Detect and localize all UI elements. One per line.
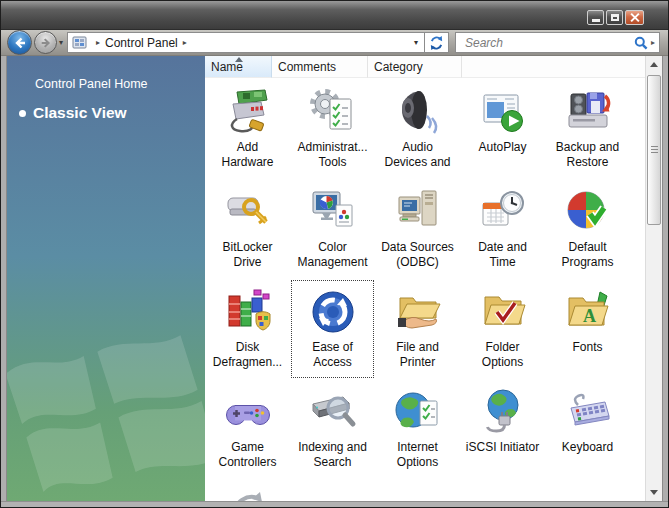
refresh-icon [429, 35, 444, 51]
game-controllers-icon [224, 388, 272, 436]
default-programs-icon [564, 188, 612, 236]
admin-tools-icon [309, 88, 357, 136]
disk-defrag-icon [224, 288, 272, 336]
back-arrow-icon [13, 36, 27, 50]
item-label: Backup andRestore [546, 140, 630, 170]
ease-of-access-icon [309, 288, 357, 336]
content-area: Name Comments Category AddHardwareAdmini… [205, 56, 645, 501]
color-management-icon [309, 188, 357, 236]
control-panel-item-globe-orbit[interactable] [460, 479, 545, 501]
search-icon[interactable] [634, 36, 648, 50]
scroll-down-button[interactable] [646, 484, 662, 501]
scroll-down-icon [650, 490, 658, 495]
control-panel-item-add-hardware[interactable]: AddHardware [205, 79, 290, 179]
control-panel-item-keyboard[interactable]: Keyboard [545, 379, 630, 479]
sidebar-item-control-panel-home[interactable]: Control Panel Home [35, 77, 205, 91]
folder-options-icon [479, 288, 527, 336]
close-button[interactable] [625, 10, 644, 25]
sidebar-item-classic-view[interactable]: Classic View [19, 104, 205, 122]
search-options-arrow[interactable]: ▸ [651, 38, 655, 47]
bullet-icon [19, 110, 26, 117]
maximize-button[interactable] [606, 10, 623, 25]
control-panel-item-disk-defrag[interactable]: DiskDefragmen... [205, 279, 290, 379]
control-panel-item-mouse[interactable] [375, 479, 460, 501]
scrollbar-track[interactable] [646, 73, 662, 484]
column-header-category[interactable]: Category [368, 56, 462, 78]
control-panel-item-backup-restore[interactable]: Backup andRestore [545, 79, 630, 179]
titlebar[interactable] [1, 1, 668, 30]
control-panel-item-internet-options[interactable]: InternetOptions [375, 379, 460, 479]
bitlocker-icon [224, 188, 272, 236]
item-label: ColorManagement [291, 240, 375, 270]
iscsi-initiator-icon [479, 388, 527, 436]
item-label: BitLockerDrive [206, 240, 290, 270]
search-input[interactable] [463, 35, 631, 51]
breadcrumb-item-control-panel[interactable]: Control Panel [105, 36, 178, 50]
window-blue-icon [309, 488, 357, 501]
item-label: AddHardware [206, 140, 290, 170]
control-panel-item-data-sources[interactable]: Data Sources(ODBC) [375, 179, 460, 279]
indexing-search-icon [309, 388, 357, 436]
window-gray-icon [564, 488, 612, 501]
control-panel-item-file-printer[interactable]: File andPrinter [375, 279, 460, 379]
sidebar: Control Panel Home Classic View [7, 56, 205, 501]
item-label: AudioDevices and [376, 140, 460, 170]
audio-devices-icon [394, 88, 442, 136]
data-sources-icon [394, 188, 442, 236]
item-label: DefaultPrograms [546, 240, 630, 270]
control-panel-item-window-gray[interactable] [545, 479, 630, 501]
control-panel-item-game-controllers[interactable]: GameControllers [205, 379, 290, 479]
vertical-scrollbar[interactable] [645, 56, 662, 501]
item-label: DiskDefragmen... [206, 340, 290, 370]
column-label: Comments [278, 60, 336, 74]
control-panel-window: ▾ ▸ Control Panel ▸ ▾ [0, 0, 669, 508]
items-grid: AddHardwareAdministrat...ToolsAudioDevic… [205, 78, 645, 501]
window-frame-bottom [1, 501, 668, 507]
control-panel-item-color-management[interactable]: ColorManagement [290, 179, 375, 279]
internet-options-icon [394, 388, 442, 436]
column-header-comments[interactable]: Comments [272, 56, 368, 78]
minimize-button[interactable] [587, 10, 604, 25]
item-label: FolderOptions [461, 340, 545, 370]
control-panel-item-ease-of-access[interactable]: Ease ofAccess [290, 279, 375, 379]
control-panel-item-default-programs[interactable]: DefaultPrograms [545, 179, 630, 279]
control-panel-item-iscsi-initiator[interactable]: iSCSI Initiator [460, 379, 545, 479]
item-label: Keyboard [546, 440, 630, 455]
search-box: ▸ [455, 32, 660, 53]
control-panel-item-fonts[interactable]: Fonts [545, 279, 630, 379]
item-label: File andPrinter [376, 340, 460, 370]
item-label: iSCSI Initiator [461, 440, 545, 455]
control-panel-item-date-time[interactable]: Date andTime [460, 179, 545, 279]
control-panel-item-folder-options[interactable]: FolderOptions [460, 279, 545, 379]
scroll-up-icon [650, 62, 658, 67]
forward-button[interactable] [34, 31, 57, 54]
refresh-button[interactable] [425, 32, 449, 53]
item-label: GameControllers [206, 440, 290, 470]
add-hardware-icon [224, 88, 272, 136]
column-header-name[interactable]: Name [205, 56, 272, 78]
scroll-up-button[interactable] [646, 56, 662, 73]
item-label: InternetOptions [376, 440, 460, 470]
control-panel-item-indexing-search[interactable]: Indexing andSearch [290, 379, 375, 479]
breadcrumb-dropdown[interactable]: ▾ [412, 38, 420, 47]
sort-ascending-icon [235, 57, 243, 62]
control-panel-item-window-blue[interactable] [290, 479, 375, 501]
keyboard-icon [564, 388, 612, 436]
back-button[interactable] [7, 30, 32, 55]
column-header-filler [462, 56, 645, 78]
item-label: Fonts [546, 340, 630, 355]
backup-restore-icon [564, 88, 612, 136]
control-panel-item-bitlocker[interactable]: BitLockerDrive [205, 179, 290, 279]
control-panel-item-audio-devices[interactable]: AudioDevices and [375, 79, 460, 179]
breadcrumb[interactable]: ▸ Control Panel ▸ ▾ [67, 32, 425, 53]
control-panel-item-autoplay[interactable]: AutoPlay [460, 79, 545, 179]
control-panel-item-globe-arrow[interactable] [205, 479, 290, 501]
history-dropdown[interactable]: ▾ [59, 38, 63, 47]
item-label: AutoPlay [461, 140, 545, 155]
window-frame-right [662, 56, 668, 501]
globe-arrow-icon [224, 488, 272, 501]
control-panel-item-admin-tools[interactable]: Administrat...Tools [290, 79, 375, 179]
scrollbar-thumb[interactable] [647, 75, 661, 225]
scrollbar-grip-icon [651, 146, 658, 154]
fonts-icon [564, 288, 612, 336]
